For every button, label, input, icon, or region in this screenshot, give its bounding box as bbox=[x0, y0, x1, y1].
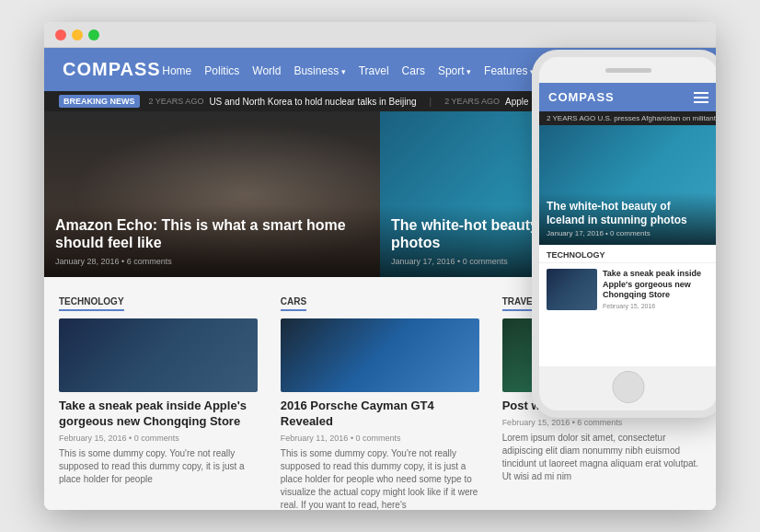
site-logo: COMPASS bbox=[63, 59, 161, 80]
card-travel-meta: February 15, 2016 • 6 comments bbox=[502, 418, 701, 427]
nav-item-features[interactable]: Features bbox=[484, 62, 535, 78]
mac-window: COMPASS Home Politics World Business Tra… bbox=[44, 22, 716, 510]
breaking-text-1: US and North Korea to hold nuclear talks… bbox=[209, 97, 416, 107]
nav-item-world[interactable]: World bbox=[252, 62, 281, 78]
card-tech-meta: February 15, 2016 • 0 comments bbox=[59, 434, 258, 443]
nav-item-sport[interactable]: Sport bbox=[438, 62, 471, 78]
phone-hero-title: The white-hot beauty of Iceland in stunn… bbox=[547, 200, 710, 226]
hamburger-menu[interactable] bbox=[694, 92, 708, 103]
nav-item-travel[interactable]: Travel bbox=[359, 62, 389, 78]
phone-news-bar: 2 YEARS AGO U.S. presses Afghanistan on … bbox=[539, 111, 716, 125]
hero-left-title: Amazon Echo: This is what a smart home s… bbox=[55, 216, 369, 251]
card-tech-image bbox=[59, 318, 258, 392]
hero-left[interactable]: Amazon Echo: This is what a smart home s… bbox=[44, 111, 380, 277]
card-car-excerpt: This is some dummy copy. You're not real… bbox=[281, 447, 479, 510]
nav-item-home[interactable]: Home bbox=[162, 62, 191, 78]
card-technology: TECHNOLOGY Take a sneak peak inside Appl… bbox=[59, 292, 258, 510]
hero-left-meta: January 28, 2016 • 6 comments bbox=[55, 257, 369, 266]
card-car-meta: February 11, 2016 • 0 comments bbox=[281, 434, 479, 443]
title-bar bbox=[44, 22, 716, 48]
close-dot[interactable] bbox=[55, 29, 66, 40]
nav-menu: Home Politics World Business Travel Cars… bbox=[162, 62, 585, 78]
phone-logo: COMPASS bbox=[548, 90, 615, 104]
card-travel-excerpt: Lorem ipsum dolor sit amet, consectetur … bbox=[502, 432, 701, 483]
phone-hero[interactable]: The white-hot beauty of Iceland in stunn… bbox=[539, 125, 716, 245]
nav-item-cars[interactable]: Cars bbox=[402, 62, 425, 78]
phone-hero-overlay: The white-hot beauty of Iceland in stunn… bbox=[539, 192, 716, 245]
phone-hero-meta: January 17, 2016 • 0 comments bbox=[547, 229, 710, 237]
card-cars: CARS 2016 Porsche Cayman GT4 Revealed Fe… bbox=[281, 292, 479, 510]
mobile-phone: COMPASS 2 YEARS AGO U.S. presses Afghani… bbox=[532, 50, 716, 418]
breaking-item-1: 2 YEARS AGO US and North Korea to hold n… bbox=[149, 97, 417, 107]
card-car-title[interactable]: 2016 Porsche Cayman GT4 Revealed bbox=[281, 399, 479, 430]
phone-card-title: Take a sneak peak inside Apple's gorgeou… bbox=[603, 269, 710, 301]
phone-card-text: Take a sneak peak inside Apple's gorgeou… bbox=[603, 269, 710, 310]
breaking-label: BREAKING NEWS bbox=[59, 95, 140, 108]
phone-card-meta: February 15, 2016 bbox=[603, 303, 710, 309]
card-tech-excerpt: This is some dummy copy. You're not real… bbox=[59, 447, 258, 486]
phone-card-image bbox=[547, 269, 597, 310]
phone-header: COMPASS bbox=[539, 83, 716, 111]
phone-card[interactable]: Take a sneak peak inside Apple's gorgeou… bbox=[539, 263, 716, 316]
phone-section-label: TECHNOLOGY bbox=[539, 245, 716, 263]
maximize-dot[interactable] bbox=[88, 29, 99, 40]
nav-item-business[interactable]: Business bbox=[294, 62, 345, 78]
phone-home-button[interactable] bbox=[613, 371, 645, 403]
breaking-divider-1: | bbox=[430, 97, 432, 107]
nav-item-politics[interactable]: Politics bbox=[204, 62, 239, 78]
card-tech-title[interactable]: Take a sneak peak inside Apple's gorgeou… bbox=[59, 399, 258, 430]
phone-speaker bbox=[605, 68, 651, 73]
card-car-image bbox=[281, 318, 479, 392]
phone-screen: COMPASS 2 YEARS AGO U.S. presses Afghani… bbox=[539, 83, 716, 366]
hero-left-overlay: Amazon Echo: This is what a smart home s… bbox=[44, 205, 380, 277]
minimize-dot[interactable] bbox=[72, 29, 83, 40]
